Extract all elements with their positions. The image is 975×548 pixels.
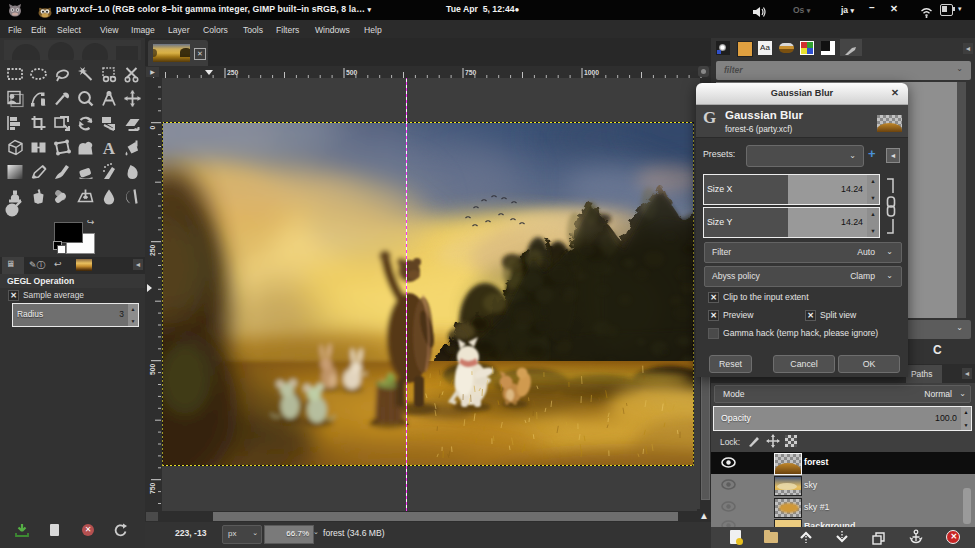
svg-text:A: A xyxy=(103,139,116,158)
svg-text:500: 500 xyxy=(346,69,358,76)
svg-text:750: 750 xyxy=(465,69,477,76)
svg-text:500: 500 xyxy=(149,363,156,375)
svg-text:0: 0 xyxy=(149,125,156,129)
svg-text:750: 750 xyxy=(149,482,156,494)
svg-text:1000: 1000 xyxy=(584,69,599,76)
svg-text:250: 250 xyxy=(149,244,156,256)
svg-text:250: 250 xyxy=(227,69,239,76)
